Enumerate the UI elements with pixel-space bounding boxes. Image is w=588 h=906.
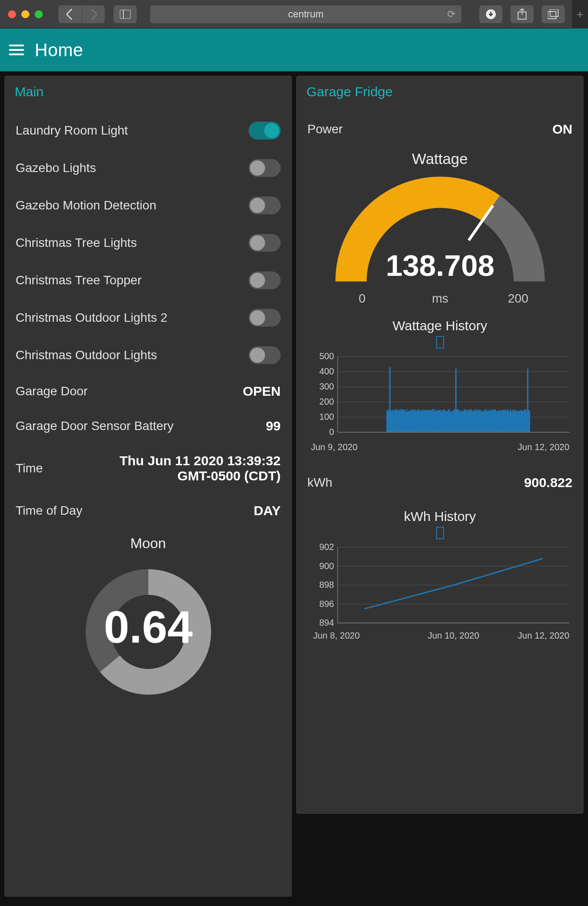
legend-swatch	[436, 336, 444, 348]
toggle-switch[interactable]	[249, 159, 281, 177]
address-bar[interactable]: centrum ⟳	[150, 5, 461, 23]
switch-label: Laundry Room Light	[16, 123, 128, 138]
wattage-gauge-section: Wattage 138.708 0 ms 200	[306, 150, 573, 309]
svg-rect-205	[389, 367, 391, 432]
main-card: Main Laundry Room Light Gazebo Lights Ga…	[4, 76, 292, 897]
svg-text:0: 0	[329, 427, 334, 437]
svg-rect-206	[455, 369, 457, 432]
svg-text:400: 400	[319, 366, 334, 376]
kwh-history-section: kWh History 894896898900902 Jun 8, 2020J…	[306, 509, 573, 652]
toggle-switch[interactable]	[249, 271, 281, 289]
sensor-row: Time Thu Jun 11 2020 13:39:32 GMT-0500 (…	[15, 443, 282, 493]
downloads-button[interactable]	[479, 5, 502, 23]
sensor-row: Garage Door OPEN	[15, 374, 282, 409]
close-window-button[interactable]	[8, 10, 16, 18]
tabs-button[interactable]	[542, 5, 565, 23]
svg-text:896: 896	[319, 599, 334, 609]
maximize-window-button[interactable]	[35, 10, 43, 18]
legend-swatch	[436, 527, 444, 539]
switch-row: Christmas Outdoor Lights 2	[15, 299, 282, 336]
fridge-card-title: Garage Fridge	[306, 84, 573, 99]
back-button[interactable]	[58, 5, 82, 23]
moon-gauge: 0.64	[77, 561, 220, 703]
minimize-window-button[interactable]	[21, 10, 29, 18]
power-row: Power ON	[306, 112, 573, 147]
switch-row: Gazebo Lights	[15, 149, 282, 187]
sensor-row: Time of Day DAY	[15, 493, 282, 528]
toggle-switch[interactable]	[249, 346, 281, 364]
content: Main Laundry Room Light Gazebo Lights Ga…	[0, 71, 588, 906]
sensor-value: OPEN	[243, 384, 281, 399]
address-text: centrum	[288, 8, 323, 20]
svg-text:100: 100	[319, 412, 334, 422]
svg-text:898: 898	[319, 580, 334, 590]
moon-section: Moon 0.64	[15, 535, 282, 703]
new-tab-button[interactable]: +	[572, 0, 588, 29]
switch-label: Gazebo Lights	[16, 161, 96, 175]
toggle-switch[interactable]	[249, 197, 281, 214]
svg-text:Jun 10, 2020: Jun 10, 2020	[428, 631, 479, 640]
switch-row: Christmas Tree Topper	[15, 262, 282, 299]
share-button[interactable]	[510, 5, 534, 23]
wattage-title: Wattage	[306, 150, 573, 168]
page-title: Home	[35, 40, 83, 60]
switch-row: Christmas Outdoor Lights	[15, 336, 282, 374]
toggle-switch[interactable]	[249, 234, 281, 252]
kwh-value: 900.822	[524, 475, 572, 490]
switch-label: Christmas Tree Lights	[16, 236, 137, 250]
forward-button[interactable]	[82, 5, 105, 23]
kwh-row: kWh 900.822	[306, 465, 573, 500]
sensor-row: Garage Door Sensor Battery 99	[15, 409, 282, 443]
svg-text:Jun 8, 2020: Jun 8, 2020	[313, 631, 360, 640]
wattage-history-section: Wattage History 0100200300400500 Jun 9, …	[306, 318, 573, 456]
switch-label: Christmas Outdoor Lights 2	[16, 311, 167, 325]
svg-rect-5	[550, 9, 558, 16]
moon-title: Moon	[15, 535, 282, 552]
nav-buttons	[58, 5, 105, 23]
wattage-gauge: 138.708 0 ms 200	[329, 176, 551, 309]
garage-fridge-card: Garage Fridge Power ON Wattage 138.708 0…	[296, 76, 584, 814]
switch-row: Laundry Room Light	[15, 112, 282, 149]
svg-text:0.64: 0.64	[104, 601, 192, 652]
svg-text:Jun 12, 2020: Jun 12, 2020	[518, 442, 569, 452]
sensor-label: Time of Day	[16, 504, 82, 518]
sensor-label: Garage Door	[16, 384, 88, 398]
sensor-value: 99	[266, 418, 281, 434]
svg-text:ms: ms	[432, 291, 448, 305]
main-card-title: Main	[15, 84, 282, 99]
svg-text:200: 200	[508, 291, 528, 305]
toggle-switch[interactable]	[249, 309, 281, 327]
sensor-value: DAY	[253, 503, 281, 518]
sensor-label: Garage Door Sensor Battery	[16, 419, 174, 433]
switch-label: Christmas Tree Topper	[16, 273, 142, 287]
sensor-label: Time	[16, 461, 43, 476]
svg-rect-204	[529, 410, 530, 432]
app-header: Home	[0, 29, 588, 71]
switch-label: Christmas Outdoor Lights	[16, 348, 157, 362]
svg-text:900: 900	[319, 561, 334, 571]
power-value: ON	[552, 122, 572, 137]
svg-text:Jun 9, 2020: Jun 9, 2020	[311, 442, 358, 452]
svg-text:Jun 12, 2020: Jun 12, 2020	[518, 631, 569, 640]
svg-text:0: 0	[359, 291, 365, 305]
svg-text:500: 500	[319, 352, 334, 361]
browser-chrome: centrum ⟳ +	[0, 0, 588, 29]
svg-text:300: 300	[319, 381, 334, 391]
kwh-history-chart[interactable]: 894896898900902 Jun 8, 2020Jun 10, 2020J…	[306, 543, 574, 650]
svg-text:138.708: 138.708	[386, 249, 494, 282]
menu-icon[interactable]	[9, 41, 27, 59]
kwh-label: kWh	[307, 476, 332, 490]
svg-text:200: 200	[319, 397, 334, 406]
svg-rect-0	[120, 10, 131, 19]
power-label: Power	[307, 122, 343, 136]
svg-rect-207	[527, 369, 528, 432]
sensor-value: Thu Jun 11 2020 13:39:32 GMT-0500 (CDT)	[89, 453, 281, 484]
sidebar-toggle-button[interactable]	[114, 5, 137, 23]
reload-icon[interactable]: ⟳	[447, 8, 455, 20]
switch-label: Gazebo Motion Detection	[16, 198, 156, 213]
wattage-history-chart[interactable]: 0100200300400500 Jun 9, 2020 Jun 12, 202…	[306, 352, 574, 455]
wattage-history-title: Wattage History	[306, 318, 573, 333]
toggle-switch[interactable]	[249, 122, 281, 139]
kwh-history-title: kWh History	[306, 509, 573, 524]
switch-row: Christmas Tree Lights	[15, 224, 282, 262]
